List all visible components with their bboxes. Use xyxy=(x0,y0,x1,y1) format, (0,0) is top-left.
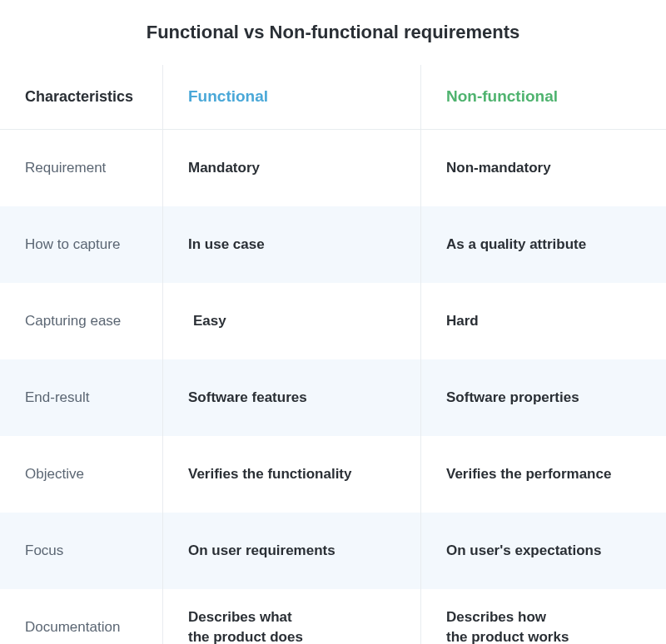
cell-functional: Describes what the product does xyxy=(163,589,421,644)
header-characteristics: Characteristics xyxy=(0,65,163,129)
table-row: Focus On user requirements On user's exp… xyxy=(0,513,666,589)
cell-functional: On user requirements xyxy=(163,513,421,589)
cell-functional: Verifies the functionality xyxy=(163,436,421,513)
table-row: Documentation Describes what the product… xyxy=(0,589,666,644)
cell-functional: Easy xyxy=(163,283,421,359)
cell-characteristic: Documentation xyxy=(0,589,163,644)
cell-nonfunctional: Software properties xyxy=(421,359,666,436)
header-nonfunctional: Non-functional xyxy=(421,65,666,129)
cell-nonfunctional: As a quality attribute xyxy=(421,206,666,283)
page-title: Functional vs Non-functional requirement… xyxy=(0,0,666,50)
table-header-row: Characteristics Functional Non-functiona… xyxy=(0,65,666,130)
cell-functional: Mandatory xyxy=(163,130,421,206)
cell-characteristic: Capturing ease xyxy=(0,283,163,359)
table-row: Objective Verifies the functionality Ver… xyxy=(0,436,666,513)
cell-nonfunctional: Describes how the product works xyxy=(421,589,666,644)
cell-characteristic: End-result xyxy=(0,359,163,436)
header-functional: Functional xyxy=(163,65,421,129)
cell-characteristic: How to capture xyxy=(0,206,163,283)
table-row: How to capture In use case As a quality … xyxy=(0,206,666,283)
comparison-table: Characteristics Functional Non-functiona… xyxy=(0,65,666,644)
table-row: Capturing ease Easy Hard xyxy=(0,283,666,359)
cell-functional: Software features xyxy=(163,359,421,436)
cell-functional: In use case xyxy=(163,206,421,283)
table-row: End-result Software features Software pr… xyxy=(0,359,666,436)
table-row: Requirement Mandatory Non-mandatory xyxy=(0,130,666,206)
cell-nonfunctional: Hard xyxy=(421,283,666,359)
cell-characteristic: Requirement xyxy=(0,130,163,206)
cell-characteristic: Focus xyxy=(0,513,163,589)
cell-characteristic: Objective xyxy=(0,436,163,513)
cell-nonfunctional: Verifies the performance xyxy=(421,436,666,513)
cell-nonfunctional: Non-mandatory xyxy=(421,130,666,206)
cell-nonfunctional: On user's expectations xyxy=(421,513,666,589)
